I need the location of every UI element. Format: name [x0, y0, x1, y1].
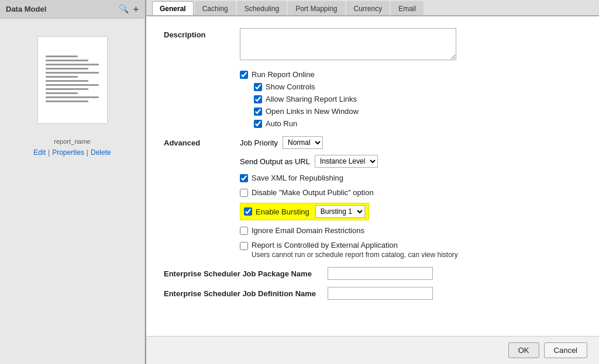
report-controlled-item: Report is Controlled by External Applica… — [240, 241, 581, 259]
tab-scheduling[interactable]: Scheduling — [237, 1, 287, 15]
tabs-bar: General Caching Scheduling Port Mapping … — [146, 0, 599, 16]
send-output-field: Send Output as URL Instance Level Always… — [240, 155, 581, 168]
checkboxes-row: Run Report Online Show Controls Allow Sh… — [164, 70, 581, 128]
auto-run-checkbox[interactable] — [254, 120, 262, 128]
add-icon[interactable]: + — [133, 4, 139, 15]
dialog-footer: OK Cancel — [146, 336, 599, 364]
enable-bursting-checkbox[interactable] — [244, 207, 252, 216]
thumb-line-9 — [46, 88, 88, 90]
sidebar-icon-group: 🔍 + — [119, 4, 139, 15]
allow-sharing-item: Allow Sharing Report Links — [254, 95, 581, 103]
report-item-name: report_name — [54, 138, 90, 145]
open-links-item: Open Links in New Window — [254, 107, 581, 116]
send-output-label: Send Output as URL — [240, 157, 310, 166]
bursting-select[interactable]: Bursting 1 Bursting 2 Bursting 3 — [315, 205, 365, 218]
job-priority-field: Job Priority Normal Low High — [240, 136, 581, 149]
delete-link[interactable]: Delete — [91, 148, 111, 157]
thumb-line-4 — [46, 68, 88, 70]
save-xml-checkbox[interactable] — [240, 174, 248, 182]
report-controlled-checkbox[interactable] — [240, 242, 248, 250]
run-report-online-item: Run Report Online — [240, 70, 581, 79]
bursting-highlight: Enable Bursting Bursting 1 Bursting 2 Bu… — [240, 203, 369, 220]
tab-currency[interactable]: Currency — [346, 1, 390, 15]
ignore-email-label: Ignore Email Domain Restrictions — [252, 226, 364, 235]
disable-make-public-label: Disable "Make Output Public" option — [252, 188, 374, 197]
run-report-online-checkbox[interactable] — [240, 71, 248, 79]
checkboxes-area: Run Report Online Show Controls Allow Sh… — [240, 70, 581, 128]
thumb-line-12 — [46, 100, 88, 102]
open-links-label: Open Links in New Window — [266, 107, 359, 116]
show-controls-item: Show Controls — [254, 82, 581, 91]
show-controls-label: Show Controls — [266, 82, 315, 91]
save-xml-label: Save XML for Republishing — [252, 174, 343, 182]
cancel-button[interactable]: Cancel — [544, 342, 587, 358]
enterprise-package-row: Enterprise Scheduler Job Package Name — [164, 267, 581, 280]
tab-caching[interactable]: Caching — [195, 1, 236, 15]
thumb-line-1 — [46, 56, 77, 57]
search-icon[interactable]: 🔍 — [119, 4, 129, 15]
thumb-line-11 — [46, 96, 98, 98]
auto-run-label: Auto Run — [266, 119, 297, 128]
thumb-line-10 — [46, 92, 77, 94]
enable-bursting-label: Enable Bursting — [256, 207, 309, 216]
save-xml-item: Save XML for Republishing — [240, 174, 581, 182]
open-links-checkbox[interactable] — [254, 108, 262, 116]
report-controlled-sublabel: Users cannot run or schedule report from… — [252, 251, 458, 259]
disable-make-public-checkbox[interactable] — [240, 189, 248, 197]
tab-general[interactable]: General — [152, 1, 194, 15]
ok-button[interactable]: OK — [508, 342, 539, 358]
dialog: General Caching Scheduling Port Mapping … — [145, 0, 599, 364]
advanced-content: Job Priority Normal Low High Send Output… — [240, 136, 581, 259]
enable-bursting-item: Enable Bursting Bursting 1 Bursting 2 Bu… — [240, 203, 581, 220]
sep2: | — [87, 148, 88, 157]
report-thumbnail — [37, 36, 108, 124]
edit-link[interactable]: Edit — [33, 148, 46, 157]
report-controlled-label: Report is Controlled by External Applica… — [252, 241, 458, 249]
sep1: | — [48, 148, 50, 157]
tab-email[interactable]: Email — [391, 1, 424, 15]
ignore-email-checkbox[interactable] — [240, 227, 248, 235]
thumb-line-3 — [46, 64, 98, 65]
job-priority-label: Job Priority — [240, 138, 278, 147]
sidebar-actions: Edit | Properties | Delete — [33, 148, 111, 157]
advanced-label: Advanced — [164, 136, 240, 147]
ignore-email-item: Ignore Email Domain Restrictions — [240, 226, 581, 235]
job-priority-select[interactable]: Normal Low High — [283, 136, 323, 149]
sidebar: Data Model 🔍 + report_name — [0, 0, 145, 364]
enterprise-package-input[interactable] — [328, 267, 433, 280]
show-controls-checkbox[interactable] — [254, 83, 262, 91]
dialog-content: Description Run Report Online Sho — [146, 16, 599, 336]
allow-sharing-label: Allow Sharing Report Links — [266, 95, 357, 103]
thumb-line-6 — [46, 76, 77, 78]
disable-make-public-item: Disable "Make Output Public" option — [240, 188, 581, 197]
description-textarea[interactable] — [240, 28, 456, 60]
enterprise-package-label: Enterprise Scheduler Job Package Name — [164, 269, 328, 278]
thumb-line-5 — [46, 72, 98, 74]
sidebar-header: Data Model 🔍 + — [0, 0, 144, 19]
auto-run-item: Auto Run — [254, 119, 581, 128]
enterprise-definition-label: Enterprise Scheduler Job Definition Name — [164, 289, 328, 298]
checkbox-group-main: Run Report Online Show Controls Allow Sh… — [240, 70, 581, 128]
description-label: Description — [164, 28, 240, 39]
report-controlled-content: Report is Controlled by External Applica… — [252, 241, 458, 259]
thumbnail-content — [41, 51, 103, 109]
sidebar-title: Data Model — [6, 5, 46, 13]
run-report-online-label: Run Report Online — [252, 70, 315, 79]
enterprise-definition-input[interactable] — [328, 287, 433, 300]
allow-sharing-checkbox[interactable] — [254, 95, 262, 103]
enterprise-definition-row: Enterprise Scheduler Job Definition Name — [164, 287, 581, 300]
properties-link[interactable]: Properties — [52, 148, 84, 157]
textarea-wrapper — [240, 28, 456, 60]
tab-port-mapping[interactable]: Port Mapping — [288, 1, 345, 15]
description-control — [240, 28, 581, 62]
send-output-select[interactable]: Instance Level Always Never — [315, 155, 378, 168]
thumb-line-2 — [46, 60, 88, 61]
advanced-row: Advanced Job Priority Normal Low High Se… — [164, 136, 581, 259]
checkboxes-spacer — [164, 70, 240, 72]
thumb-line-8 — [46, 84, 98, 86]
thumb-line-7 — [46, 80, 88, 82]
description-row: Description — [164, 28, 581, 62]
